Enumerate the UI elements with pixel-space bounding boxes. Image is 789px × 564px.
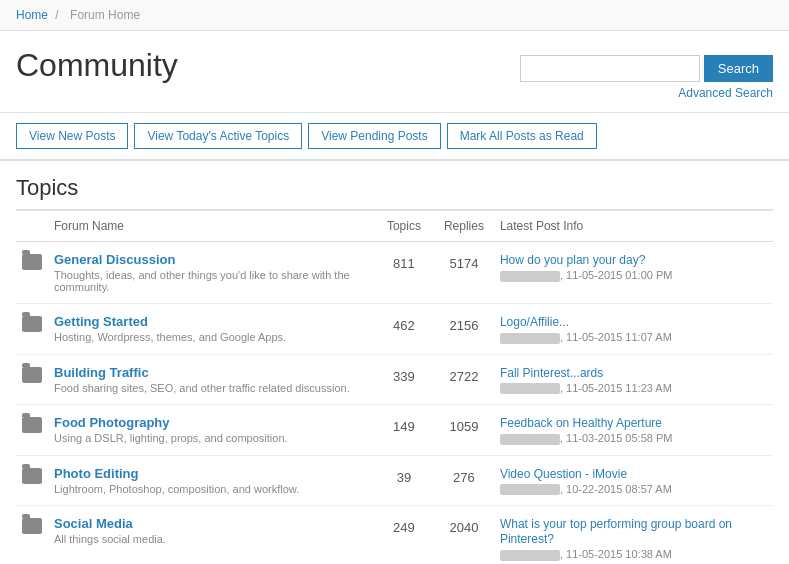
forum-name-link[interactable]: Photo Editing [54, 466, 138, 481]
latest-post-link[interactable]: How do you plan your day? [500, 253, 645, 267]
breadcrumb-separator: / [55, 8, 58, 22]
view-new-posts-btn[interactable]: View New Posts [16, 123, 128, 149]
mark-all-posts-read-btn[interactable]: Mark All Posts as Read [447, 123, 597, 149]
forum-replies-count: 1059 [434, 405, 494, 456]
author-name-blurred [500, 333, 560, 344]
breadcrumb-current: Forum Home [70, 8, 140, 22]
forum-latest-cell: Logo/Affilie... , 11-05-2015 11:07 AM [494, 304, 773, 355]
folder-icon [22, 254, 42, 270]
forum-name-cell: Getting Started Hosting, Wordpress, them… [48, 304, 374, 355]
folder-icon [22, 316, 42, 332]
forum-topics-count: 39 [374, 455, 434, 506]
author-name-blurred [500, 271, 560, 282]
forum-name-link[interactable]: General Discussion [54, 252, 175, 267]
table-row: Photo Editing Lightroom, Photoshop, comp… [16, 455, 773, 506]
table-row: Food Photography Using a DSLR, lighting,… [16, 405, 773, 456]
view-pending-posts-btn[interactable]: View Pending Posts [308, 123, 441, 149]
latest-post-author: , 11-03-2015 05:58 PM [500, 432, 767, 445]
folder-icon [22, 417, 42, 433]
forum-topics-count: 811 [374, 242, 434, 304]
author-name-blurred [500, 383, 560, 394]
forum-icon-cell [16, 354, 48, 405]
forum-desc: Hosting, Wordpress, themes, and Google A… [54, 331, 368, 343]
table-header-row: Forum Name Topics Replies Latest Post In… [16, 211, 773, 242]
forum-replies-count: 5174 [434, 242, 494, 304]
forum-name-link[interactable]: Getting Started [54, 314, 148, 329]
latest-post-author: , 11-05-2015 11:07 AM [500, 331, 767, 344]
topics-heading: Topics [16, 161, 773, 211]
latest-post-author: , 11-05-2015 01:00 PM [500, 269, 767, 282]
table-row: General Discussion Thoughts, ideas, and … [16, 242, 773, 304]
forum-desc: All things social media. [54, 533, 368, 545]
forum-latest-cell: What is your top performing group board … [494, 506, 773, 564]
col-topics: Topics [374, 211, 434, 242]
action-bar: View New Posts View Today's Active Topic… [0, 113, 789, 161]
breadcrumb: Home / Forum Home [0, 0, 789, 31]
forum-icon-cell [16, 455, 48, 506]
col-latest: Latest Post Info [494, 211, 773, 242]
forum-desc: Using a DSLR, lighting, props, and compo… [54, 432, 368, 444]
forum-name-cell: Food Photography Using a DSLR, lighting,… [48, 405, 374, 456]
forum-name-link[interactable]: Social Media [54, 516, 133, 531]
folder-icon [22, 468, 42, 484]
folder-icon [22, 518, 42, 534]
forum-table: Forum Name Topics Replies Latest Post In… [16, 211, 773, 564]
advanced-search-link[interactable]: Advanced Search [678, 86, 773, 100]
search-row: Search [520, 55, 773, 82]
table-row: Building Traffic Food sharing sites, SEO… [16, 354, 773, 405]
forum-desc: Lightroom, Photoshop, composition, and w… [54, 483, 368, 495]
page-header: Community Search Advanced Search [0, 31, 789, 113]
forum-name-cell: Social Media All things social media. [48, 506, 374, 564]
forum-name-cell: Building Traffic Food sharing sites, SEO… [48, 354, 374, 405]
page-title: Community [16, 47, 178, 84]
forum-desc: Thoughts, ideas, and other things you'd … [54, 269, 368, 293]
forum-topics-count: 462 [374, 304, 434, 355]
table-row: Social Media All things social media. 24… [16, 506, 773, 564]
search-input[interactable] [520, 55, 700, 82]
forum-latest-cell: Feedback on Healthy Aperture , 11-03-201… [494, 405, 773, 456]
latest-post-author: , 11-05-2015 10:38 AM [500, 548, 767, 561]
author-name-blurred [500, 550, 560, 561]
search-button[interactable]: Search [704, 55, 773, 82]
col-icon [16, 211, 48, 242]
latest-post-link[interactable]: What is your top performing group board … [500, 517, 732, 546]
forum-icon-cell [16, 304, 48, 355]
forum-latest-cell: Video Question - iMovie , 10-22-2015 08:… [494, 455, 773, 506]
author-name-blurred [500, 434, 560, 445]
col-replies: Replies [434, 211, 494, 242]
forum-icon-cell [16, 405, 48, 456]
view-todays-active-topics-btn[interactable]: View Today's Active Topics [134, 123, 302, 149]
forum-name-link[interactable]: Food Photography [54, 415, 170, 430]
author-name-blurred [500, 484, 560, 495]
latest-post-link[interactable]: Fall Pinterest...ards [500, 366, 603, 380]
topics-section: Topics Forum Name Topics Replies Latest … [0, 161, 789, 564]
forum-icon-cell [16, 506, 48, 564]
breadcrumb-home[interactable]: Home [16, 8, 48, 22]
latest-post-author: , 10-22-2015 08:57 AM [500, 483, 767, 496]
latest-post-link[interactable]: Logo/Affilie... [500, 315, 569, 329]
forum-topics-count: 149 [374, 405, 434, 456]
forum-name-cell: Photo Editing Lightroom, Photoshop, comp… [48, 455, 374, 506]
latest-post-link[interactable]: Video Question - iMovie [500, 467, 627, 481]
forum-replies-count: 276 [434, 455, 494, 506]
latest-post-author: , 11-05-2015 11:23 AM [500, 382, 767, 395]
forum-topics-count: 249 [374, 506, 434, 564]
search-area: Search Advanced Search [520, 55, 773, 100]
folder-icon [22, 367, 42, 383]
forum-replies-count: 2156 [434, 304, 494, 355]
forum-name-cell: General Discussion Thoughts, ideas, and … [48, 242, 374, 304]
forum-replies-count: 2040 [434, 506, 494, 564]
col-forum-name: Forum Name [48, 211, 374, 242]
forum-latest-cell: Fall Pinterest...ards , 11-05-2015 11:23… [494, 354, 773, 405]
table-row: Getting Started Hosting, Wordpress, them… [16, 304, 773, 355]
forum-desc: Food sharing sites, SEO, and other traff… [54, 382, 368, 394]
forum-name-link[interactable]: Building Traffic [54, 365, 149, 380]
forum-topics-count: 339 [374, 354, 434, 405]
latest-post-link[interactable]: Feedback on Healthy Aperture [500, 416, 662, 430]
forum-latest-cell: How do you plan your day? , 11-05-2015 0… [494, 242, 773, 304]
forum-replies-count: 2722 [434, 354, 494, 405]
forum-icon-cell [16, 242, 48, 304]
